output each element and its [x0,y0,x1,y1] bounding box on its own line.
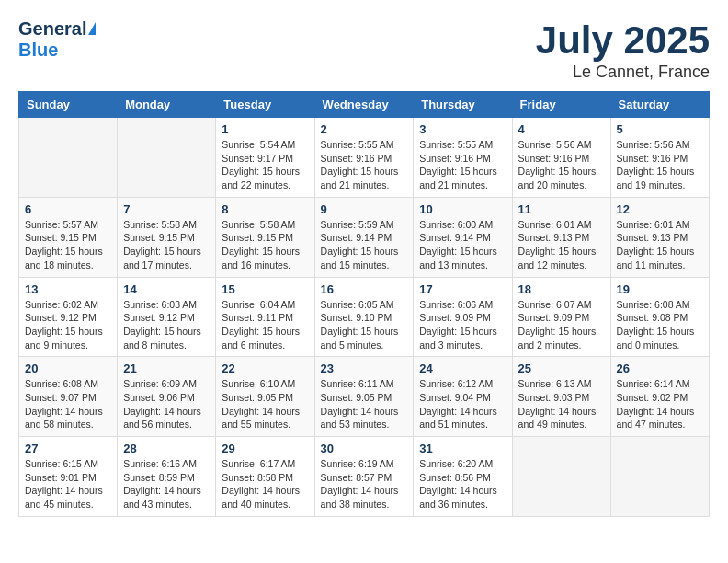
calendar-cell: 20Sunrise: 6:08 AM Sunset: 9:07 PM Dayli… [19,357,118,437]
calendar-cell: 7Sunrise: 5:58 AM Sunset: 9:15 PM Daylig… [118,197,216,277]
weekday-header-friday: Friday [512,92,610,118]
calendar-cell: 19Sunrise: 6:08 AM Sunset: 9:08 PM Dayli… [610,277,709,357]
calendar-cell: 24Sunrise: 6:12 AM Sunset: 9:04 PM Dayli… [414,357,512,437]
calendar-cell: 14Sunrise: 6:03 AM Sunset: 9:12 PM Dayli… [118,277,216,357]
day-number: 7 [123,202,210,216]
weekday-header-row: SundayMondayTuesdayWednesdayThursdayFrid… [19,92,710,118]
day-number: 17 [419,282,506,296]
day-number: 16 [321,282,408,296]
day-number: 26 [617,362,703,375]
day-info: Sunrise: 6:01 AM Sunset: 9:13 PM Dayligh… [617,218,703,272]
weekday-header-monday: Monday [118,92,216,118]
day-info: Sunrise: 6:14 AM Sunset: 9:02 PM Dayligh… [617,377,703,431]
calendar-cell: 31Sunrise: 6:20 AM Sunset: 8:56 PM Dayli… [414,437,512,517]
day-info: Sunrise: 6:06 AM Sunset: 9:09 PM Dayligh… [419,298,506,352]
day-number: 24 [419,362,506,375]
day-number: 31 [419,442,506,455]
day-info: Sunrise: 6:09 AM Sunset: 9:06 PM Dayligh… [123,377,210,431]
calendar-table: SundayMondayTuesdayWednesdayThursdayFrid… [18,91,710,517]
day-info: Sunrise: 5:55 AM Sunset: 9:16 PM Dayligh… [321,138,408,192]
day-number: 29 [222,442,308,455]
day-info: Sunrise: 6:03 AM Sunset: 9:12 PM Dayligh… [123,298,210,352]
week-row-4: 20Sunrise: 6:08 AM Sunset: 9:07 PM Dayli… [19,357,710,437]
day-number: 2 [321,122,408,136]
day-number: 13 [25,282,111,296]
day-info: Sunrise: 6:08 AM Sunset: 9:08 PM Dayligh… [617,298,703,352]
day-number: 27 [25,442,111,455]
calendar-cell: 8Sunrise: 5:58 AM Sunset: 9:15 PM Daylig… [216,197,314,277]
day-info: Sunrise: 5:58 AM Sunset: 9:15 PM Dayligh… [123,218,210,272]
day-info: Sunrise: 6:00 AM Sunset: 9:14 PM Dayligh… [419,218,506,272]
calendar-cell: 3Sunrise: 5:55 AM Sunset: 9:16 PM Daylig… [414,118,512,198]
calendar-cell: 28Sunrise: 6:16 AM Sunset: 8:59 PM Dayli… [118,437,216,517]
calendar-cell [19,118,118,198]
day-info: Sunrise: 6:20 AM Sunset: 8:56 PM Dayligh… [419,457,506,511]
month-title: July 2025 [536,18,710,63]
weekday-header-thursday: Thursday [414,92,512,118]
weekday-header-sunday: Sunday [19,92,118,118]
week-row-3: 13Sunrise: 6:02 AM Sunset: 9:12 PM Dayli… [19,277,710,357]
calendar-cell: 11Sunrise: 6:01 AM Sunset: 9:13 PM Dayli… [512,197,610,277]
day-number: 28 [123,442,210,455]
day-number: 3 [419,122,506,136]
day-info: Sunrise: 5:59 AM Sunset: 9:14 PM Dayligh… [321,218,408,272]
day-number: 8 [222,202,308,216]
calendar-cell: 5Sunrise: 5:56 AM Sunset: 9:16 PM Daylig… [610,118,709,198]
weekday-header-tuesday: Tuesday [216,92,314,118]
day-number: 11 [518,202,605,216]
day-info: Sunrise: 5:54 AM Sunset: 9:17 PM Dayligh… [222,138,308,192]
day-number: 4 [518,122,605,136]
day-info: Sunrise: 6:13 AM Sunset: 9:03 PM Dayligh… [518,377,605,431]
day-number: 18 [518,282,605,296]
calendar-cell: 4Sunrise: 5:56 AM Sunset: 9:16 PM Daylig… [512,118,610,198]
weekday-header-saturday: Saturday [610,92,709,118]
day-info: Sunrise: 5:56 AM Sunset: 9:16 PM Dayligh… [617,138,703,192]
weekday-header-wednesday: Wednesday [314,92,414,118]
day-number: 22 [222,362,308,375]
logo-triangle-icon [88,22,96,35]
calendar-cell: 9Sunrise: 5:59 AM Sunset: 9:14 PM Daylig… [314,197,414,277]
page-header: General Blue July 2025 Le Cannet, France [18,18,710,82]
day-info: Sunrise: 6:12 AM Sunset: 9:04 PM Dayligh… [419,377,506,431]
day-info: Sunrise: 5:57 AM Sunset: 9:15 PM Dayligh… [25,218,111,272]
day-number: 5 [617,122,703,136]
calendar-cell: 13Sunrise: 6:02 AM Sunset: 9:12 PM Dayli… [19,277,118,357]
day-number: 15 [222,282,308,296]
logo-blue: Blue [18,40,58,61]
day-number: 9 [321,202,408,216]
day-info: Sunrise: 6:05 AM Sunset: 9:10 PM Dayligh… [321,298,408,352]
logo-general: General [18,18,86,40]
calendar-cell: 30Sunrise: 6:19 AM Sunset: 8:57 PM Dayli… [314,437,414,517]
day-info: Sunrise: 6:08 AM Sunset: 9:07 PM Dayligh… [25,377,111,431]
day-number: 12 [617,202,703,216]
location: Le Cannet, France [536,63,710,82]
day-info: Sunrise: 6:19 AM Sunset: 8:57 PM Dayligh… [321,457,408,511]
day-number: 19 [617,282,703,296]
calendar-cell: 26Sunrise: 6:14 AM Sunset: 9:02 PM Dayli… [610,357,709,437]
calendar-cell: 15Sunrise: 6:04 AM Sunset: 9:11 PM Dayli… [216,277,314,357]
day-info: Sunrise: 6:10 AM Sunset: 9:05 PM Dayligh… [222,377,308,431]
day-info: Sunrise: 5:56 AM Sunset: 9:16 PM Dayligh… [518,138,605,192]
day-number: 30 [321,442,408,455]
day-number: 23 [321,362,408,375]
calendar-cell: 29Sunrise: 6:17 AM Sunset: 8:58 PM Dayli… [216,437,314,517]
day-info: Sunrise: 6:16 AM Sunset: 8:59 PM Dayligh… [123,457,210,511]
day-number: 25 [518,362,605,375]
calendar-cell: 18Sunrise: 6:07 AM Sunset: 9:09 PM Dayli… [512,277,610,357]
day-info: Sunrise: 6:11 AM Sunset: 9:05 PM Dayligh… [321,377,408,431]
day-info: Sunrise: 6:15 AM Sunset: 9:01 PM Dayligh… [25,457,111,511]
day-info: Sunrise: 6:07 AM Sunset: 9:09 PM Dayligh… [518,298,605,352]
calendar-cell: 12Sunrise: 6:01 AM Sunset: 9:13 PM Dayli… [610,197,709,277]
day-info: Sunrise: 6:01 AM Sunset: 9:13 PM Dayligh… [518,218,605,272]
calendar-cell: 21Sunrise: 6:09 AM Sunset: 9:06 PM Dayli… [118,357,216,437]
day-info: Sunrise: 5:58 AM Sunset: 9:15 PM Dayligh… [222,218,308,272]
week-row-5: 27Sunrise: 6:15 AM Sunset: 9:01 PM Dayli… [19,437,710,517]
day-number: 6 [25,202,111,216]
week-row-1: 1Sunrise: 5:54 AM Sunset: 9:17 PM Daylig… [19,118,710,198]
day-info: Sunrise: 5:55 AM Sunset: 9:16 PM Dayligh… [419,138,506,192]
logo: General Blue [18,18,96,61]
calendar-cell [512,437,610,517]
day-number: 14 [123,282,210,296]
calendar-cell: 27Sunrise: 6:15 AM Sunset: 9:01 PM Dayli… [19,437,118,517]
day-number: 20 [25,362,111,375]
